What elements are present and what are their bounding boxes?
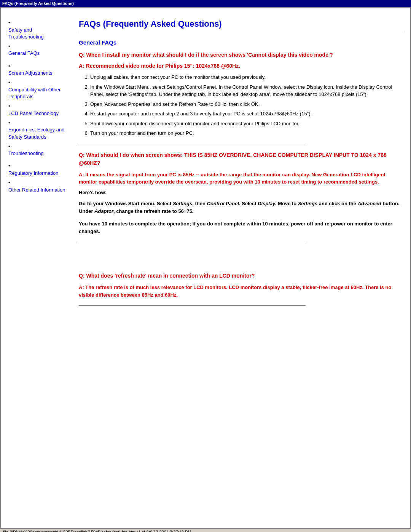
sidebar-item-lcd[interactable]: LCD Panel Technology [8,102,67,117]
sidebar-link-other[interactable]: Other Related Information [8,187,67,193]
title-bar-label: FAQs (Frequently Asked Questions) [2,1,74,6]
a2-label: A: [79,172,85,177]
spacer [79,249,403,272]
sidebar: Safety and Troubleshooting General FAQs … [8,19,67,313]
go-to-text: Go to your Windows Start menu. Select Se… [79,200,403,216]
sidebar-item-compatibility[interactable]: Compatibility with Other Peripherals [8,79,67,100]
sidebar-link-screen[interactable]: Screen Adjustments [8,70,67,77]
q3-text: Q: What does 'refresh rate' mean in conn… [79,273,255,279]
page-title: FAQs (Frequently Asked Questions) [79,19,403,29]
browser-frame: Safety and Troubleshooting General FAQs … [0,7,411,529]
step-1-6: Turn on your monitor and then turn on yo… [90,129,403,137]
step-1-2: In the Windows Start Menu, select Settin… [90,83,403,98]
a1-label: A: [79,63,86,69]
divider-2 [79,242,306,242]
answer-2: A: It means the signal input from your P… [79,171,403,186]
sidebar-item-other[interactable]: Other Related Information [8,179,67,193]
sidebar-item-troubleshooting[interactable]: Troubleshooting [8,143,67,157]
step-1-5: Shut down your computer, disconnect your… [90,120,403,128]
sidebar-item-screen[interactable]: Screen Adjustments [8,62,67,77]
ten-min-text: You have 10 minutes to complete the oper… [79,220,403,235]
a3-label: A: [79,284,85,290]
sidebar-link-compatibility[interactable]: Compatibility with Other Peripherals [8,86,67,100]
sidebar-item-general-faqs[interactable]: General FAQs [8,43,67,57]
page-content: Safety and Troubleshooting General FAQs … [1,8,410,324]
sidebar-link-lcd[interactable]: LCD Panel Technology [8,110,67,117]
heres-how: Here's how: [79,190,403,195]
section-title: General FAQs [79,39,403,46]
title-divider [79,33,403,33]
steps-list-1: Unplug all cables, then connect your PC … [90,73,403,137]
title-bar: FAQs (Frequently Asked Questions) [0,0,411,7]
sidebar-link-general-faqs[interactable]: General FAQs [8,50,67,57]
answer-3: A: The refresh rate is of much less rele… [79,284,403,299]
a3-text: The refresh rate is of much less relevan… [79,284,391,298]
sidebar-link-safety[interactable]: Safety and Troubleshooting [8,27,67,40]
q2-text: Q: What should I do when screen shows: T… [79,152,387,166]
status-bar: file:///D|/My%20documents/dfu/150B5/engl… [0,529,411,532]
status-text: file:///D|/My%20documents/dfu/150B5/engl… [3,530,191,532]
step-1-3: Open 'Advanced Properties' and set the R… [90,101,403,108]
sidebar-item-regulatory[interactable]: Regulatory Information [8,162,67,177]
sidebar-item-safety[interactable]: Safety and Troubleshooting [8,19,67,40]
question-3: Q: What does 'refresh rate' mean in conn… [79,272,403,280]
divider-1 [79,144,306,144]
step-1-4: Restart your computer and repeat step 2 … [90,110,403,118]
sidebar-link-troubleshooting[interactable]: Troubleshooting [8,150,67,157]
a2-text: It means the signal input from your PC i… [79,172,386,185]
answer-1: A: Recommended video mode for Philips 15… [79,63,403,69]
question-2: Q: What should I do when screen shows: T… [79,151,403,167]
sidebar-link-regulatory[interactable]: Regulatory Information [8,170,67,177]
sidebar-item-ergonomics[interactable]: Ergonomics, Ecology and Safety Standards [8,119,67,141]
main-content: FAQs (Frequently Asked Questions) Genera… [75,19,403,313]
divider-3 [79,305,306,306]
sidebar-link-ergonomics[interactable]: Ergonomics, Ecology and Safety Standards [8,126,67,140]
q1-text: Q: When I install my monitor what should… [79,52,333,58]
question-1: Q: When I install my monitor what should… [79,51,403,59]
a1-text: Recommended video mode for Philips 15": … [86,63,240,69]
step-1-1: Unplug all cables, then connect your PC … [90,73,403,81]
